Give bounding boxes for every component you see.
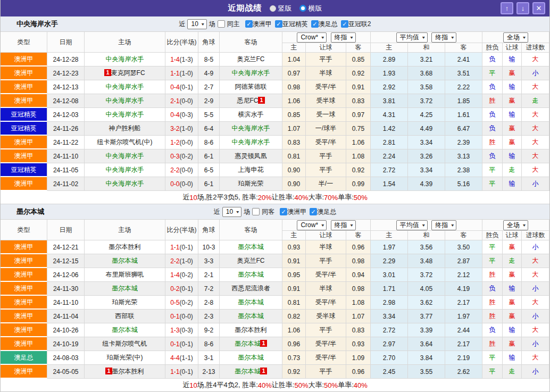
fulltime-select[interactable]: 全场▾ (503, 32, 528, 43)
close-button[interactable]: ✕ (532, 2, 545, 14)
handicap-line: 受平/半 (306, 351, 346, 365)
league-checkbox[interactable] (275, 20, 282, 28)
corner-count: 9-2 (198, 323, 220, 337)
same-venue-label: 同客 (262, 207, 274, 216)
match-date: 24-11-22 (47, 136, 85, 149)
corner-count: 6-4 (198, 122, 220, 136)
final-odds-select-1[interactable]: 终指▾ (331, 32, 356, 43)
view-option-horizontal[interactable]: 横版 (299, 4, 322, 13)
result-wdl: 胜 (482, 94, 503, 108)
result-wdl: 平 (482, 163, 503, 177)
team-label: 墨尔本城 (112, 326, 138, 333)
summary-text: 让胜率: (272, 193, 295, 202)
league-filter: 澳足总 (311, 20, 338, 29)
home-team-cell: 中央海岸水手 (85, 163, 165, 177)
result-handicap: 赢 (503, 66, 522, 80)
page-title: 近期战绩 (228, 3, 262, 13)
avg-away-odds: 1.97 (445, 310, 482, 323)
match-date: 24-11-30 (47, 282, 85, 296)
score-cell: 2-2(1-0) (165, 254, 198, 268)
sub-header: 进球数 (522, 43, 549, 53)
league-checkbox[interactable] (280, 208, 287, 215)
avg-draw-odds: 3.64 (408, 337, 445, 351)
col-header-score: 比分(半场) (165, 220, 198, 240)
avg-away-odds: 5.16 (445, 177, 482, 191)
avg-draw-odds: 4.25 (408, 108, 445, 122)
match-row: 澳洲甲24-11-10珀斯光荣0-5(0-2)2-8墨尔本城0.81受平/半1.… (1, 296, 549, 310)
radio-icon-horizontal[interactable] (299, 5, 306, 12)
result-handicap: 输 (503, 80, 522, 94)
fulltime-score: 0-5 (170, 299, 179, 306)
fulltime-score: 0-0 (170, 180, 179, 188)
away-odds: 0.93 (346, 337, 371, 351)
avg-home-odds: 3.01 (371, 268, 408, 282)
avg-away-odds: 6.47 (445, 122, 482, 136)
score-cell: 0-0(0-0) (165, 177, 198, 191)
summary-value: 10 (189, 194, 197, 202)
halftime-score: (0-1) (180, 244, 193, 251)
team-label: 墨尔本胜利 (109, 243, 141, 251)
handicap-line: 一/球半 (306, 122, 346, 136)
result-overunder: 大 (522, 80, 549, 94)
avg-home-odds: 1.54 (371, 177, 408, 191)
result-wdl: 胜 (482, 337, 503, 351)
final-odds-select-2[interactable]: 终指▾ (431, 32, 456, 43)
card-badge: 1 (260, 368, 266, 374)
league-checkbox[interactable] (311, 20, 319, 28)
result-overunder: 小 (522, 310, 549, 323)
move-up-button[interactable]: ↑ (501, 2, 513, 14)
fulltime-select[interactable]: 全场▾ (503, 220, 528, 230)
match-row: 澳洲甲24-11-30墨尔本城0-2(0-1)7-2西悉尼流浪者0.91半球0.… (1, 282, 549, 296)
average-select[interactable]: 平均值▾ (396, 220, 428, 230)
home-odds: 0.82 (282, 310, 306, 323)
avg-draw-odds: 4.39 (408, 177, 445, 191)
match-row: 亚冠精英24-12-03中央海岸水手0-4(0-3)5-5横滨水手0.85受一球… (1, 108, 549, 122)
home-team-cell: 中央海岸水手 (85, 94, 165, 108)
away-odds: 1.08 (346, 149, 371, 163)
league-checkbox[interactable] (310, 208, 317, 215)
results-table: 类型 日期 主场 比分(半场) 角球 客场 Crow*▾ 终指▾ 平均值▾ 终指… (1, 32, 549, 191)
radio-icon-vertical[interactable] (270, 5, 276, 12)
recent-count-select[interactable]: 10▾ (187, 19, 206, 29)
home-odds: 1.04 (282, 53, 306, 66)
bookmaker-select[interactable]: Crow*▾ (297, 32, 327, 43)
recent-count-select[interactable]: 10▾ (222, 207, 241, 217)
fulltime-score: 2-1 (170, 97, 179, 105)
league-checkbox[interactable] (245, 20, 253, 28)
summary-value: 10 (189, 381, 197, 389)
home-odds: 1.06 (282, 323, 306, 337)
close-icon: ✕ (536, 5, 542, 12)
result-handicap: 走 (503, 254, 522, 268)
view-option-vertical[interactable]: 竖版 (270, 4, 292, 13)
match-date: 24-11-26 (47, 122, 85, 136)
avg-home-odds: 3.34 (371, 310, 408, 323)
bookmaker-select[interactable]: Crow*▾ (297, 220, 327, 230)
same-venue-checkbox[interactable] (218, 20, 225, 28)
same-venue-checkbox[interactable] (252, 208, 260, 215)
result-handicap: 输 (503, 282, 522, 296)
summary-value: 20% (258, 194, 272, 202)
home-team-cell: 布里斯班狮吼 (85, 268, 165, 282)
score-cell: 0-4(0-3) (165, 108, 198, 122)
avg-draw-odds: 3.58 (408, 80, 445, 94)
final-odds-select-1[interactable]: 终指▾ (331, 220, 356, 230)
chevron-down-icon: ▾ (321, 223, 324, 228)
match-row: 澳洲甲24-10-26墨尔本城1-3(0-3)9-2墨尔本胜利1.06平手0.8… (1, 323, 549, 337)
summary-value: 40% (258, 381, 272, 389)
away-team-cell: 珀斯光荣 (220, 177, 282, 191)
average-select[interactable]: 平均值▾ (396, 32, 428, 43)
avg-away-odds: 3.13 (445, 149, 482, 163)
halftime-score: (1-0) (180, 70, 193, 77)
team-label: 中央海岸水手 (106, 55, 144, 63)
avg-home-odds: 3.81 (371, 94, 408, 108)
away-odds: 0.96 (346, 365, 371, 379)
move-down-button[interactable]: ↓ (516, 2, 529, 14)
home-team-cell: 1墨尔本胜利 (85, 365, 165, 379)
team-label: 中央海岸水手 (106, 152, 144, 160)
league-checkbox[interactable] (341, 20, 348, 28)
result-overunder: 小 (522, 365, 549, 379)
final-odds-select-2[interactable]: 终指▾ (431, 220, 456, 230)
away-team-cell: 西悉尼流浪者 (220, 282, 282, 296)
summary-value: 50% (324, 381, 338, 389)
league-badge: 亚冠精英 (1, 163, 47, 177)
